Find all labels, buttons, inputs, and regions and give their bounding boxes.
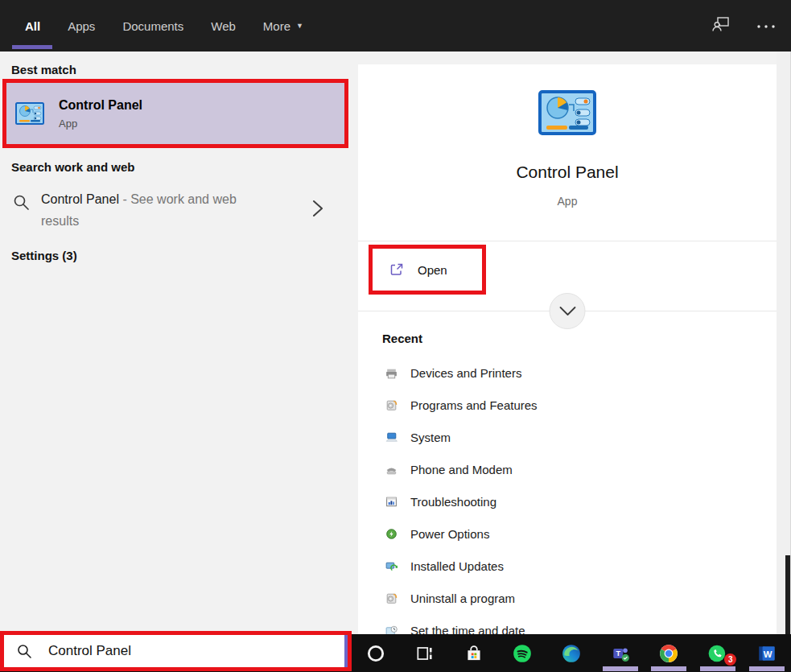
recent-item-label: Programs and Features — [410, 398, 538, 412]
search-box-accent-edge — [344, 635, 348, 667]
recent-item-label: System — [410, 431, 451, 444]
chevron-right-icon[interactable] — [311, 199, 324, 218]
set-time-date-icon — [385, 624, 398, 635]
spotify-icon — [512, 643, 533, 664]
power-options-icon — [385, 527, 398, 541]
open-button-label: Open — [418, 263, 447, 277]
recent-item-label: Installed Updates — [410, 559, 504, 573]
devices-printers-icon — [385, 366, 398, 380]
tab-web[interactable]: Web — [211, 0, 236, 52]
app-title: Control Panel — [358, 163, 777, 182]
programs-features-icon — [385, 398, 398, 412]
expand-button[interactable] — [550, 293, 586, 329]
settings-section-header: Settings (3) — [11, 249, 77, 262]
recent-item-system[interactable]: System — [358, 421, 777, 453]
search-filter-tabs: AllAppsDocumentsWebMore▼ — [25, 0, 303, 52]
best-match-result[interactable]: Control Panel App — [6, 83, 344, 144]
control-panel-icon — [15, 101, 44, 126]
recent-item-power-options[interactable]: Power Options — [358, 517, 777, 550]
recent-item-label: Phone and Modem — [410, 463, 513, 476]
recent-item-label: Troubleshooting — [410, 495, 496, 509]
tab-all[interactable]: All — [25, 0, 40, 52]
scrollbar-thumb[interactable] — [785, 555, 790, 634]
search-box-annotation-box: Control Panel — [0, 631, 352, 671]
best-match-title: Control Panel — [59, 98, 142, 113]
app-preview-panel: Control Panel App Open Recent Devices an… — [358, 64, 777, 634]
recent-item-devices-printers[interactable]: Devices and Printers — [358, 357, 777, 389]
word-icon: W — [756, 643, 777, 664]
active-tab-underline — [12, 45, 52, 49]
microsoft-store-icon — [463, 643, 484, 664]
recent-item-uninstall-program[interactable]: Uninstall a program — [358, 582, 777, 614]
word-running-indicator — [749, 666, 785, 671]
app-hero: Control Panel App — [358, 64, 777, 241]
best-match-type: App — [59, 117, 142, 130]
search-icon — [17, 644, 32, 659]
teams-icon: T — [610, 643, 631, 664]
uninstall-program-icon — [385, 592, 398, 605]
chrome-icon — [658, 643, 679, 664]
chrome-running-indicator — [651, 666, 686, 671]
tab-more[interactable]: More▼ — [263, 0, 303, 52]
search-filter-bar: AllAppsDocumentsWebMore▼ — [0, 0, 791, 52]
taskbar-word-button[interactable]: W — [742, 634, 791, 672]
taskbar-search-input[interactable]: Control Panel — [4, 635, 348, 667]
taskbar-icons: T3W — [352, 634, 791, 672]
svg-text:T: T — [616, 649, 620, 658]
feedback-icon[interactable] — [711, 14, 731, 37]
web-section-header: Search work and web — [11, 160, 134, 174]
recent-item-label: Devices and Printers — [410, 366, 521, 380]
recent-item-label: Uninstall a program — [410, 592, 515, 605]
control-panel-icon-large — [538, 90, 596, 135]
dropdown-caret-icon: ▼ — [296, 22, 303, 30]
recent-item-programs-features[interactable]: Programs and Features — [358, 389, 777, 421]
task-view-icon — [414, 643, 435, 664]
svg-text:W: W — [763, 649, 772, 658]
open-annotation-box: Open — [369, 245, 486, 295]
windows-search-flyout: AllAppsDocumentsWebMore▼ Best match — [0, 0, 791, 672]
open-button[interactable]: Open — [373, 249, 482, 291]
taskbar-task-view-button[interactable] — [401, 634, 450, 672]
teams-running-indicator — [603, 666, 638, 671]
search-input-value: Control Panel — [48, 643, 131, 659]
app-type: App — [358, 195, 777, 208]
tab-documents[interactable]: Documents — [122, 0, 183, 52]
more-options-icon[interactable] — [756, 19, 777, 33]
cortana-icon — [365, 643, 386, 664]
system-icon — [385, 431, 398, 444]
web-suggestion-query: Control Panel — [41, 192, 119, 206]
taskbar-teams-button[interactable]: T — [595, 634, 645, 672]
recent-item-set-time-date[interactable]: Set the time and date — [358, 614, 777, 634]
recent-item-phone-modem[interactable]: Phone and Modem — [358, 453, 777, 485]
recent-item-installed-updates[interactable]: Installed Updates — [358, 550, 777, 582]
best-match-header: Best match — [11, 63, 76, 76]
web-suggestion-row[interactable]: Control Panel - See work and web results — [0, 184, 348, 249]
recent-header: Recent — [382, 332, 422, 345]
taskbar-edge-button[interactable] — [547, 634, 596, 672]
search-icon — [13, 194, 30, 211]
taskbar-microsoft-store-button[interactable] — [449, 634, 498, 672]
taskbar-spotify-button[interactable] — [498, 634, 547, 672]
search-results-panel: Best match — [0, 52, 358, 634]
topbar-icons — [711, 0, 777, 52]
taskbar-cortana-button[interactable] — [352, 634, 401, 672]
phone-modem-icon — [385, 463, 398, 476]
scrollbar-track[interactable] — [777, 52, 791, 634]
recent-item-label: Set the time and date — [410, 624, 525, 635]
edge-icon — [561, 643, 582, 664]
chevron-down-icon — [558, 306, 577, 317]
open-in-window-icon — [389, 262, 405, 278]
installed-updates-icon — [385, 559, 398, 573]
taskbar-chrome-button[interactable] — [645, 634, 694, 672]
recent-list: Devices and PrintersPrograms and Feature… — [358, 357, 777, 634]
recent-item-label: Power Options — [410, 527, 489, 541]
taskbar-whatsapp-button[interactable]: 3 — [694, 634, 743, 672]
whatsapp-running-indicator — [700, 666, 735, 671]
tab-apps[interactable]: Apps — [68, 0, 95, 52]
whatsapp-notification-badge: 3 — [724, 653, 736, 666]
recent-item-troubleshooting[interactable]: Troubleshooting — [358, 485, 777, 517]
troubleshooting-icon — [385, 495, 398, 509]
best-match-annotation-box: Control Panel App — [2, 79, 348, 148]
